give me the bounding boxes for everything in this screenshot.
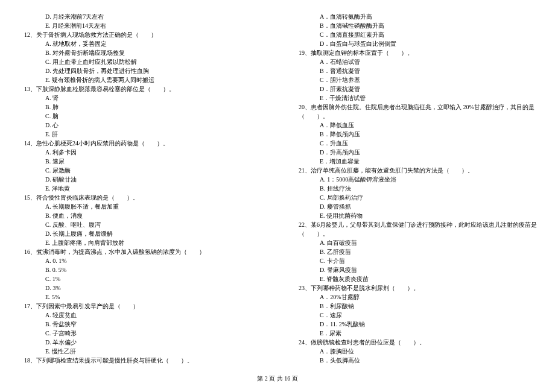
- q13-option-c: C. 脑: [18, 112, 262, 121]
- q12-option-b: B. 对外露骨折断端应现场整复: [18, 48, 262, 57]
- question-20: 20、患者因脑外伤住院。住院后患者出现脑疝征兆，立即输入 20%甘露醇治疗，其目…: [293, 103, 537, 121]
- q21-option-d: D. 瘘管搔抓: [293, 202, 537, 211]
- q17-option-a: A. 轻度贫血: [18, 311, 262, 320]
- q24-option-a: A．膝胸卧位: [293, 347, 537, 356]
- question-18: 18、下列哪项检查结果提示可能是慢性肝炎与肝硬化（ ）。: [18, 356, 262, 365]
- q15-option-d: D. 长期上腹痛，餐后缓解: [18, 229, 262, 238]
- q20-option-c: C．升血压: [293, 139, 537, 148]
- q15-option-a: A. 长期腹胀不适，餐后加重: [18, 202, 262, 211]
- q24-option-b: B．头低脚高位: [293, 356, 537, 365]
- q23-option-c: C．速尿: [293, 311, 537, 320]
- q23-option-d: D．11. 2%乳酸钠: [293, 320, 537, 329]
- q18-option-a: A．血清转氨酶升高: [293, 12, 537, 21]
- q20-option-d: D．升高颅内压: [293, 148, 537, 157]
- q17-option-d: D. 羊水偏少: [18, 338, 262, 347]
- q13-option-e: E. 肝: [18, 130, 262, 139]
- q22-option-a: A. 白百破疫苗: [293, 238, 537, 247]
- q12-option-d: D. 先处理四肢骨折，再处理进行性血胸: [18, 66, 262, 75]
- q11-option-e: E. 月经来潮前14天左右: [18, 21, 262, 30]
- page-footer: 第 2 页 共 16 页: [18, 374, 537, 383]
- q20-option-a: A．降低血压: [293, 121, 537, 130]
- q23-option-e: E．尿素: [293, 329, 537, 338]
- q15-option-b: B. 便血，消瘦: [18, 211, 262, 220]
- q22-option-d: D. 脊麻风疫苗: [293, 265, 537, 274]
- q19-option-e: E．干燥清洁试管: [293, 93, 537, 103]
- q17-option-e: E. 慢性乙肝: [18, 347, 262, 356]
- q12-option-c: C. 用止血带止血时应扎紧以防松解: [18, 57, 262, 66]
- q12-option-a: A. 就地取材，妥善固定: [18, 39, 262, 48]
- left-column: D. 月经来潮前7天左右 E. 月经来潮前14天左右 12、关于骨折病人现场急救…: [18, 12, 262, 365]
- q15-option-e: E. 上腹部疼痛，向肩背部放射: [18, 238, 262, 247]
- q13-option-d: D. 心: [18, 121, 262, 130]
- question-12: 12、关于骨折病人现场急救方法正确的是（ ）: [18, 30, 262, 39]
- q14-option-b: B. 速尿: [18, 157, 262, 166]
- q16-option-a: A. 0. 1%: [18, 256, 262, 265]
- q18-option-b: B．血清碱性磷酸酶升高: [293, 21, 537, 30]
- q21-option-e: E. 使用抗菌药物: [293, 211, 537, 220]
- q18-option-c: C．血清直接胆红素升高: [293, 30, 537, 39]
- question-24: 24、做膀胱镜检查时患者的卧位应是（ ）。: [293, 338, 537, 347]
- q13-option-b: B. 肺: [18, 103, 262, 112]
- question-14: 14、急性心肌梗死24小时内应禁用的药物是（ ）。: [18, 139, 262, 148]
- q21-option-a: A. 1：5000高锰酸钾溶液坐浴: [293, 175, 537, 184]
- question-17: 17、下列因素中最易引发早产的是（ ）: [18, 302, 262, 311]
- q22-option-e: E. 脊髓灰质炎疫苗: [293, 274, 537, 283]
- q19-option-b: B．普通抗凝管: [293, 66, 537, 75]
- q21-option-c: C. 局部换药治疗: [293, 193, 537, 202]
- q16-option-b: B. 0. 5%: [18, 265, 262, 274]
- q22-option-c: C. 卡介苗: [293, 256, 537, 265]
- q15-option-c: C. 反酸、呕吐、腹泻: [18, 220, 262, 229]
- q19-option-a: A．石蜡油试管: [293, 57, 537, 66]
- q12-option-e: E. 疑有颈椎骨折的病人需要两人同时搬运: [18, 75, 262, 84]
- question-22: 22、某6月龄婴儿，父母带其到儿童保健门诊进行预防接种，此时应给该患儿注射的疫苗…: [293, 220, 537, 238]
- q14-option-c: C. 尿激酶: [18, 166, 262, 175]
- q13-option-a: A. 肾: [18, 93, 262, 103]
- q22-option-b: B. 乙肝疫苗: [293, 247, 537, 256]
- right-column: A．血清转氨酶升高 B．血清碱性磷酸酶升高 C．血清直接胆红素升高 D．白蛋白与…: [293, 12, 537, 365]
- q23-option-a: A．20%甘露醇: [293, 292, 537, 302]
- q18-option-d: D．白蛋白与球蛋白比例倒置: [293, 39, 537, 48]
- q19-option-c: C．胆汁培养基: [293, 75, 537, 84]
- question-13: 13、下肢深静脉血栓脱落最容易栓塞的部位是（ ）。: [18, 84, 262, 93]
- q20-option-b: B．降低颅内压: [293, 130, 537, 139]
- q14-option-e: E. 洋地黄: [18, 184, 262, 193]
- question-19: 19、抽取测定血钾的标本应置于（ ）。: [293, 48, 537, 57]
- question-16: 16、煮沸消毒时，为提高沸点，水中加入碳酸氢钠的浓度为（ ）: [18, 247, 262, 256]
- q17-option-b: B. 骨盆狭窄: [18, 320, 262, 329]
- q19-option-d: D．肝素抗凝管: [293, 84, 537, 93]
- q16-option-d: D. 3%: [18, 283, 262, 292]
- q23-option-b: B．利尿酸钠: [293, 302, 537, 311]
- question-23: 23、下列哪种药物不是脱水利尿剂（ ）。: [293, 283, 537, 292]
- q17-option-c: C. 子宫畸形: [18, 329, 262, 338]
- q21-option-b: B. 挂线疗法: [293, 184, 537, 193]
- q14-option-d: D. 硝酸甘油: [18, 175, 262, 184]
- q11-option-d: D. 月经来潮前7天左右: [18, 12, 262, 21]
- page-container: D. 月经来潮前7天左右 E. 月经来潮前14天左右 12、关于骨折病人现场急救…: [18, 12, 537, 365]
- question-21: 21、治疗单纯高位肛瘘，能有效避免肛门失禁的方法是（ ）。: [293, 166, 537, 175]
- q16-option-c: C. 1%: [18, 274, 262, 283]
- q20-option-e: E．增加血容量: [293, 157, 537, 166]
- question-15: 15、符合慢性胃炎临床表现的是（ ）。: [18, 193, 262, 202]
- q16-option-e: E. 5%: [18, 292, 262, 302]
- q14-option-a: A. 利多卡因: [18, 148, 262, 157]
